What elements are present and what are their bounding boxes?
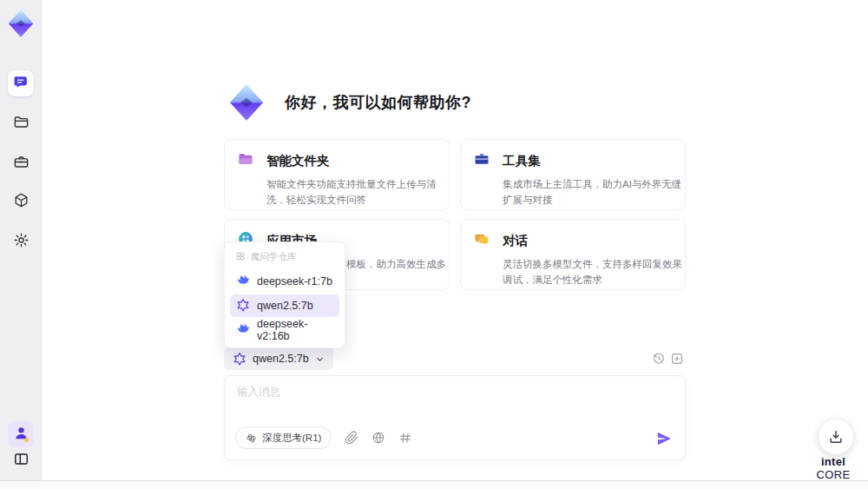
deep-think-label: 深度思考(R1) [262,432,321,445]
chat-bubble-icon [13,74,30,94]
core-wordmark: CORE [817,468,851,481]
sidebar-item-account[interactable] [8,421,34,447]
chat-input-container: 深度思考(R1) [224,375,686,460]
model-dropdown-header: 魔问学仓库 [230,248,339,268]
card-desc: 灵活切换多模型文件，支持多样回复效果调试，满足个性化需求 [503,257,687,288]
sidebar-item-models[interactable] [8,188,34,215]
globe-icon[interactable] [372,431,385,445]
chevron-down-icon [315,354,325,364]
briefcase-icon [13,154,30,174]
deepseek-whale-icon [236,274,250,290]
model-option-label: deepseek-v2:16b [257,318,333,342]
sidebar-item-chat[interactable] [8,70,34,96]
chat-yellow-icon [473,230,490,251]
cube-icon [13,192,30,212]
window-bottom-fill [0,481,868,489]
deepseek-whale-icon [236,322,250,339]
greeting-block: 你好，我可以如何帮助你? [226,82,471,123]
sidebar-item-settings[interactable] [8,228,34,254]
vip-badge [24,438,29,442]
deep-think-toggle[interactable]: 深度思考(R1) [235,426,332,449]
repo-grid-icon [235,251,246,263]
assistant-logo-icon [226,82,267,123]
card-toolset[interactable]: 工具集 集成市场上主流工具，助力AI与外界无缝扩展与对接 [460,139,686,210]
folder-purple-icon [237,150,254,171]
qwen-logo-icon [233,352,247,366]
input-toolbar: 深度思考(R1) [235,426,412,449]
history-icon[interactable] [652,352,666,366]
model-option-deepseek-v2[interactable]: deepseek-v2:16b [230,319,339,341]
card-title: 智能文件夹 [266,153,330,169]
card-desc: 集成市场上主流工具，助力AI与外界无缝扩展与对接 [503,177,687,208]
download-icon [827,428,845,446]
chat-input[interactable] [237,385,671,420]
app-window: 你好，我可以如何帮助你? 智能文件夹 智能文件夹功能支持批量文件上传与清洗，轻松… [0,0,868,489]
briefcase-blue-icon [473,150,490,171]
send-icon[interactable] [655,430,673,447]
sidebar [0,0,42,480]
model-dropdown: 魔问学仓库 deepseek-r1:7b qwen2.5:7b deepseek… [224,241,345,348]
model-selector[interactable]: qwen2.5:7b [224,347,333,370]
greeting-text: 你好，我可以如何帮助你? [285,92,471,113]
model-selector-value: qwen2.5:7b [253,353,309,365]
model-option-qwen[interactable]: qwen2.5:7b [230,294,339,317]
model-option-label: deepseek-r1:7b [257,275,332,287]
qwen-logo-icon [236,298,250,314]
card-title: 对话 [503,233,528,249]
panel-icon [13,451,30,471]
sidebar-item-collapse[interactable] [8,447,34,473]
model-option-label: qwen2.5:7b [257,300,313,312]
repo-label: 魔问学仓库 [251,251,297,263]
gear-icon [13,232,30,252]
card-desc: 智能文件夹功能支持批量文件上传与清洗，轻松实现文件问答 [266,177,450,208]
app-logo-icon [5,8,36,39]
card-dialogue[interactable]: 对话 灵活切换多模型文件，支持多样回复效果调试，满足个性化需求 [460,219,686,290]
sidebar-item-toolbox[interactable] [8,150,34,176]
sidebar-item-folders[interactable] [8,110,34,136]
card-smart-folder[interactable]: 智能文件夹 智能文件夹功能支持批量文件上传与清洗，轻松实现文件问答 [224,139,450,210]
paperclip-icon[interactable] [345,431,358,445]
download-button[interactable] [819,420,853,454]
hash-icon[interactable] [398,431,412,445]
card-title: 工具集 [503,153,541,169]
new-chat-icon[interactable] [670,352,684,366]
folder-icon [13,114,30,134]
model-option-deepseek-r1[interactable]: deepseek-r1:7b [230,270,339,293]
atom-icon [246,433,257,444]
intel-wordmark: intel [821,455,845,468]
